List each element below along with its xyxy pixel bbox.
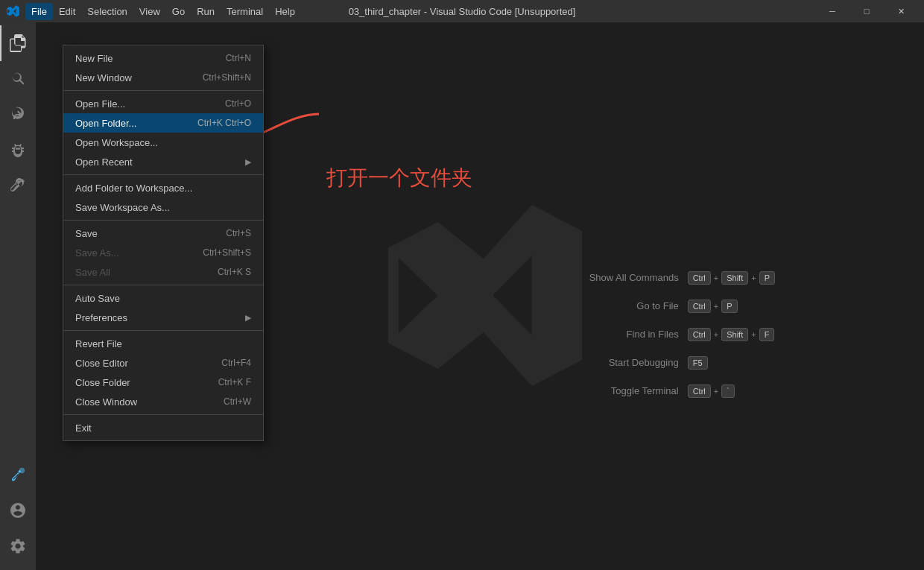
file-dropdown-menu: New File Ctrl+N New Window Ctrl+Shift+N …	[63, 45, 264, 441]
menu-exit[interactable]: Exit	[63, 418, 263, 437]
source-control-activity-icon[interactable]	[0, 97, 36, 133]
show-commands-label: Show All Commands	[582, 272, 679, 283]
menu-open-file[interactable]: Open File... Ctrl+O	[63, 94, 263, 113]
chinese-annotation: 打开一个文件夹	[326, 164, 472, 192]
kbd-shift: Shift	[721, 271, 748, 285]
minimize-button[interactable]: ─	[815, 0, 849, 22]
account-activity-icon[interactable]	[0, 493, 36, 528]
shortcut-go-to-file: Go to File Ctrl + P	[582, 300, 775, 313]
separator-3	[63, 220, 263, 221]
activity-bar	[0, 22, 36, 570]
search-activity-icon[interactable]	[0, 61, 36, 97]
content-area: Show All Commands Ctrl + Shift + P Go to…	[36, 22, 924, 570]
welcome-shortcuts: Show All Commands Ctrl + Shift + P Go to…	[582, 271, 775, 398]
menu-new-window[interactable]: New Window Ctrl+Shift+N	[63, 68, 263, 87]
find-files-label: Find in Files	[582, 329, 679, 340]
kbd-ctrl3: Ctrl	[688, 328, 711, 341]
submenu-arrow-prefs: ▶	[245, 313, 251, 323]
menu-selection[interactable]: Selection	[81, 3, 133, 20]
submenu-arrow-recent: ▶	[245, 157, 251, 167]
titlebar: File Edit Selection View Go Run Terminal…	[0, 0, 924, 22]
menu-go[interactable]: Go	[166, 3, 191, 20]
go-to-file-keys: Ctrl + P	[688, 300, 738, 313]
menu-save-as: Save As... Ctrl+Shift+S	[63, 243, 263, 262]
menu-open-folder[interactable]: Open Folder... Ctrl+K Ctrl+O	[63, 113, 263, 133]
shortcut-start-debug: Start Debugging F5	[582, 356, 775, 370]
window-controls: ─ □ ✕	[815, 0, 918, 22]
find-files-keys: Ctrl + Shift + F	[688, 328, 775, 341]
kbd-p2: P	[721, 300, 737, 313]
explorer-activity-icon[interactable]	[0, 25, 36, 61]
main-layout: Show All Commands Ctrl + Shift + P Go to…	[0, 22, 924, 570]
menu-save[interactable]: Save Ctrl+S	[63, 224, 263, 243]
shortcut-find-files: Find in Files Ctrl + Shift + F	[582, 328, 775, 341]
menu-add-folder[interactable]: Add Folder to Workspace...	[63, 178, 263, 197]
kbd-backtick: `	[721, 384, 735, 398]
menu-view[interactable]: View	[133, 3, 166, 20]
kbd-f: F	[759, 328, 775, 341]
menu-open-workspace[interactable]: Open Workspace...	[63, 133, 263, 152]
menu-file[interactable]: File	[25, 3, 53, 20]
start-debug-keys: F5	[688, 356, 708, 370]
menu-run[interactable]: Run	[191, 3, 221, 20]
extensions-activity-icon[interactable]	[0, 168, 36, 204]
kbd-ctrl2: Ctrl	[688, 300, 711, 313]
kbd-p: P	[759, 271, 775, 285]
menu-edit[interactable]: Edit	[53, 3, 81, 20]
titlebar-left: File Edit Selection View Go Run Terminal…	[6, 3, 301, 20]
menu-save-all: Save All Ctrl+K S	[63, 262, 263, 282]
toggle-terminal-label: Toggle Terminal	[582, 385, 679, 396]
maximize-button[interactable]: □	[849, 0, 884, 22]
separator-1	[63, 90, 263, 91]
menu-auto-save[interactable]: Auto Save	[63, 288, 263, 308]
menu-bar: File Edit Selection View Go Run Terminal…	[25, 3, 301, 20]
shortcut-toggle-terminal: Toggle Terminal Ctrl + `	[582, 384, 775, 398]
kbd-ctrl4: Ctrl	[688, 384, 711, 398]
kbd-shift2: Shift	[721, 328, 748, 341]
show-commands-keys: Ctrl + Shift + P	[688, 271, 775, 285]
close-button[interactable]: ✕	[884, 0, 918, 22]
separator-6	[63, 414, 263, 415]
remote-activity-icon[interactable]	[0, 457, 36, 493]
separator-2	[63, 174, 263, 175]
window-title: 03_third_chapter - Visual Studio Code [U…	[349, 6, 576, 17]
svg-point-0	[19, 468, 25, 473]
settings-activity-icon[interactable]	[0, 528, 36, 564]
watermark-logo	[376, 191, 584, 402]
shortcut-show-commands: Show All Commands Ctrl + Shift + P	[582, 271, 775, 285]
debug-activity-icon[interactable]	[0, 133, 36, 168]
separator-4	[63, 285, 263, 285]
menu-new-file[interactable]: New File Ctrl+N	[63, 48, 263, 68]
menu-close-window[interactable]: Close Window Ctrl+W	[63, 392, 263, 411]
menu-save-workspace-as[interactable]: Save Workspace As...	[63, 197, 263, 217]
go-to-file-label: Go to File	[582, 300, 679, 311]
activity-bar-bottom	[0, 457, 36, 570]
start-debug-label: Start Debugging	[582, 357, 679, 368]
separator-5	[63, 330, 263, 331]
menu-close-editor[interactable]: Close Editor Ctrl+F4	[63, 353, 263, 373]
menu-preferences[interactable]: Preferences ▶	[63, 308, 263, 327]
kbd-f5: F5	[688, 356, 708, 370]
vscode-logo-icon	[6, 4, 19, 18]
kbd-ctrl: Ctrl	[688, 271, 711, 285]
menu-revert-file[interactable]: Revert File	[63, 334, 263, 353]
menu-terminal[interactable]: Terminal	[221, 3, 269, 20]
toggle-terminal-keys: Ctrl + `	[688, 384, 735, 398]
menu-open-recent[interactable]: Open Recent ▶	[63, 152, 263, 171]
menu-help[interactable]: Help	[269, 3, 301, 20]
menu-close-folder[interactable]: Close Folder Ctrl+K F	[63, 373, 263, 392]
